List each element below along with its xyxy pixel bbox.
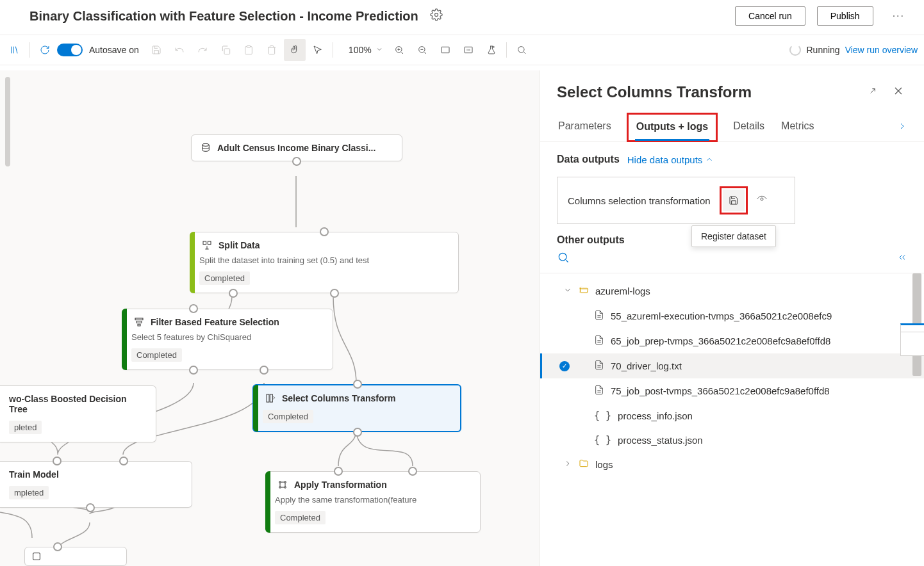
preview-icon[interactable] bbox=[757, 194, 767, 207]
output-port-1[interactable] bbox=[189, 366, 198, 375]
more-icon[interactable]: ··· bbox=[885, 10, 912, 22]
view-run-link[interactable]: View run overview bbox=[845, 45, 918, 55]
output-port[interactable] bbox=[292, 157, 301, 166]
publish-button[interactable]: Publish bbox=[817, 6, 873, 26]
actual-size-icon[interactable] bbox=[458, 39, 479, 61]
input-port[interactable] bbox=[353, 380, 362, 389]
autosave-toggle[interactable] bbox=[57, 44, 83, 56]
expand-icon[interactable] bbox=[865, 83, 880, 101]
node-split-data[interactable]: Split Data Split the dataset into traini… bbox=[190, 232, 459, 293]
node-select-columns-transform[interactable]: Select Columns Transform Completed bbox=[252, 384, 461, 432]
json-icon: { } bbox=[594, 410, 611, 421]
node-title: wo-Class Boosted Decision Tree bbox=[9, 394, 147, 414]
data-outputs-label: Data outputs bbox=[557, 154, 620, 165]
left-panel-handle[interactable] bbox=[5, 77, 10, 166]
file-icon bbox=[594, 385, 604, 397]
run-status: Running bbox=[806, 45, 839, 55]
zoom-dropdown-icon[interactable] bbox=[375, 44, 383, 56]
input-port-2[interactable] bbox=[119, 457, 128, 465]
cancel-run-button[interactable]: Cancel run bbox=[735, 6, 805, 26]
folder-icon bbox=[579, 458, 589, 471]
node-train-model[interactable]: Train Model mpleted bbox=[0, 461, 192, 508]
output-port-2[interactable] bbox=[260, 366, 268, 375]
file-65-job-prep[interactable]: 65_job_prep-tvmps_366a5021c2e008efc9a8ef… bbox=[540, 328, 924, 353]
input-port[interactable] bbox=[320, 227, 329, 236]
beaker-icon[interactable] bbox=[481, 39, 502, 61]
tab-metrics[interactable]: Metrics bbox=[780, 115, 816, 140]
search-icon[interactable] bbox=[511, 39, 532, 61]
file-70-driver-log[interactable]: ✓ 70_driver_log.txt bbox=[540, 353, 924, 378]
node-dataset[interactable]: Adult Census Income Binary Classi... bbox=[191, 134, 402, 161]
file-75-job-post[interactable]: 75_job_post-tvmps_366a5021c2e008efc9a8ef… bbox=[540, 378, 924, 403]
paste-icon[interactable] bbox=[238, 39, 260, 61]
zoom-in-icon[interactable] bbox=[388, 39, 410, 61]
library-icon[interactable] bbox=[4, 39, 26, 61]
file-icon bbox=[594, 310, 604, 322]
svg-rect-1 bbox=[224, 49, 230, 54]
svg-rect-14 bbox=[138, 324, 140, 326]
panel-title: Select Columns Transform bbox=[557, 83, 856, 101]
cursor-icon[interactable] bbox=[307, 39, 329, 61]
file-label: 70_driver_log.txt bbox=[611, 360, 682, 371]
folder-logs[interactable]: logs bbox=[540, 452, 924, 477]
file-label: process_info.json bbox=[618, 410, 693, 421]
svg-point-20 bbox=[285, 487, 286, 489]
gear-icon[interactable] bbox=[430, 8, 443, 24]
status-badge: Completed bbox=[263, 410, 313, 423]
node-title: Filter Based Feature Selection bbox=[151, 317, 279, 327]
file-process-info[interactable]: { } process_info.json bbox=[540, 403, 924, 428]
tab-outputs-logs[interactable]: Outputs + logs bbox=[635, 116, 709, 140]
node-title: Select Columns Transform bbox=[282, 393, 395, 403]
right-rail-stub[interactable] bbox=[900, 332, 924, 356]
zoom-out-icon[interactable] bbox=[411, 39, 433, 61]
svg-rect-16 bbox=[270, 394, 272, 402]
undo-icon[interactable] bbox=[169, 39, 190, 61]
svg-rect-5 bbox=[441, 47, 449, 53]
folder-azureml-logs[interactable]: azureml-logs bbox=[540, 279, 924, 303]
tab-details[interactable]: Details bbox=[732, 115, 766, 140]
svg-point-0 bbox=[434, 13, 438, 17]
status-badge: Completed bbox=[199, 271, 250, 285]
delete-icon[interactable] bbox=[261, 39, 283, 61]
svg-point-19 bbox=[279, 487, 281, 489]
input-port-2[interactable] bbox=[408, 467, 417, 476]
svg-rect-6 bbox=[465, 47, 472, 53]
output-port[interactable] bbox=[353, 428, 362, 437]
module-icon bbox=[31, 551, 42, 562]
redo-icon[interactable] bbox=[192, 39, 213, 61]
search-icon[interactable] bbox=[557, 251, 570, 266]
register-dataset-button[interactable] bbox=[723, 190, 745, 211]
file-process-status[interactable]: { } process_status.json bbox=[540, 428, 924, 452]
output-port-2[interactable] bbox=[330, 289, 339, 298]
output-port[interactable] bbox=[86, 503, 95, 512]
node-title: Adult Census Income Binary Classi... bbox=[217, 143, 375, 153]
copy-icon[interactable] bbox=[215, 39, 236, 61]
node-two-class-boosted[interactable]: wo-Class Boosted Decision Tree pleted bbox=[0, 385, 156, 442]
collapse-icon[interactable] bbox=[897, 252, 907, 265]
svg-point-22 bbox=[761, 198, 763, 200]
input-port-1[interactable] bbox=[334, 467, 343, 476]
autosave-label: Autosave on bbox=[84, 45, 144, 55]
fit-screen-icon[interactable] bbox=[434, 39, 456, 61]
hide-data-outputs-link[interactable]: Hide data outputs bbox=[627, 154, 714, 165]
hand-pan-icon[interactable] bbox=[284, 39, 306, 61]
refresh-icon[interactable] bbox=[34, 39, 56, 61]
input-port[interactable] bbox=[189, 304, 198, 313]
node-filter-feature-selection[interactable]: Filter Based Feature Selection Select 5 … bbox=[122, 309, 333, 370]
input-port[interactable] bbox=[53, 542, 62, 551]
input-port-1[interactable] bbox=[53, 457, 62, 465]
status-badge: mpleted bbox=[9, 486, 49, 499]
close-icon[interactable] bbox=[889, 82, 907, 102]
node-clipped-bottom[interactable] bbox=[24, 547, 127, 566]
node-subtitle: Split the dataset into training set (0.5… bbox=[199, 255, 449, 265]
tab-parameters[interactable]: Parameters bbox=[557, 115, 613, 140]
file-55-execution[interactable]: 55_azureml-execution-tvmps_366a5021c2e00… bbox=[540, 303, 924, 328]
output-port-1[interactable] bbox=[229, 289, 238, 298]
save-icon[interactable] bbox=[145, 39, 167, 61]
node-title: Train Model bbox=[9, 469, 59, 480]
node-subtitle: Select 5 features by ChiSquared bbox=[131, 332, 324, 342]
tabs-overflow-icon[interactable] bbox=[897, 121, 907, 134]
node-apply-transformation[interactable]: Apply Transformation Apply the same tran… bbox=[265, 471, 481, 533]
spinner-icon bbox=[789, 44, 801, 56]
highlight-box-tab: Outputs + logs bbox=[627, 113, 718, 142]
